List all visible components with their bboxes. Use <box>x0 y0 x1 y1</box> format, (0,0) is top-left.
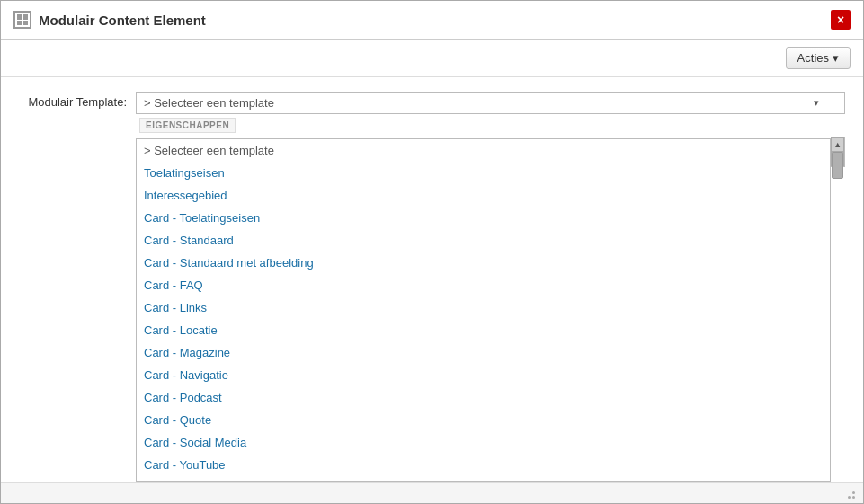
dropdown-item[interactable]: Card - Navigatie <box>137 364 830 386</box>
close-button[interactable]: × <box>831 10 851 30</box>
title-icon <box>13 11 31 29</box>
dropdown-item[interactable]: Toelatingseisen <box>137 162 830 184</box>
select-chevron-icon: ▾ <box>814 97 819 109</box>
template-select-value: > Selecteer een template <box>144 96 274 110</box>
dropdown-item[interactable]: Innovatie en Onderzoek - Contactpersoon <box>137 476 830 481</box>
scroll-thumb[interactable] <box>832 152 843 179</box>
dialog-title-text: Modulair Content Element <box>39 13 206 28</box>
dialog-toolbar: Acties ▾ <box>1 40 863 77</box>
dropdown-item[interactable]: Card - Quote <box>137 409 830 431</box>
dropdown-list[interactable]: > Selecteer een templateToelatingseisenI… <box>137 139 830 481</box>
dropdown-item[interactable]: Interessegebied <box>137 184 830 207</box>
eigenschappen-label: EIGENSCHAPPEN <box>139 118 236 133</box>
scroll-up-button[interactable]: ▲ <box>831 137 844 152</box>
dropdown-item[interactable]: Card - YouTube <box>137 454 830 476</box>
acties-button[interactable]: Acties ▾ <box>786 47 851 69</box>
dropdown-container: > Selecteer een templateToelatingseisenI… <box>136 138 831 482</box>
scrollbar: ▲ ▼ <box>831 137 845 167</box>
dropdown-item[interactable]: Card - Podcast <box>137 386 830 409</box>
dropdown-item[interactable]: Card - Links <box>137 296 830 319</box>
template-label: Modulair Template: <box>19 92 127 109</box>
resize-handle[interactable] <box>843 487 856 500</box>
dropdown-item[interactable]: Card - Social Media <box>137 431 830 454</box>
dropdown-item[interactable]: Card - FAQ <box>137 274 830 296</box>
dropdown-item[interactable]: Card - Magazine <box>137 341 830 364</box>
dialog-modulair-content-element: Modulair Content Element × Acties ▾ Modu… <box>0 0 864 504</box>
dialog-body: Modulair Template: > Selecteer een templ… <box>1 77 863 482</box>
form-row-template: Modulair Template: > Selecteer een templ… <box>19 92 845 482</box>
dropdown-item[interactable]: Card - Toelatingseisen <box>137 207 830 229</box>
dropdown-item[interactable]: Card - Standaard met afbeelding <box>137 252 830 274</box>
template-select[interactable]: > Selecteer een template ▾ <box>136 92 845 114</box>
dropdown-item[interactable]: > Selecteer een template <box>137 139 830 162</box>
dropdown-item[interactable]: Card - Locatie <box>137 319 830 341</box>
acties-chevron-icon: ▾ <box>833 51 839 65</box>
dropdown-item[interactable]: Card - Standaard <box>137 229 830 252</box>
bottom-bar <box>1 482 863 503</box>
dropdown-wrapper: > Selecteer een templateToelatingseisenI… <box>136 137 845 482</box>
dialog-titlebar: Modulair Content Element × <box>1 1 863 40</box>
dialog-title: Modulair Content Element <box>13 11 206 29</box>
acties-label: Acties <box>797 51 829 65</box>
